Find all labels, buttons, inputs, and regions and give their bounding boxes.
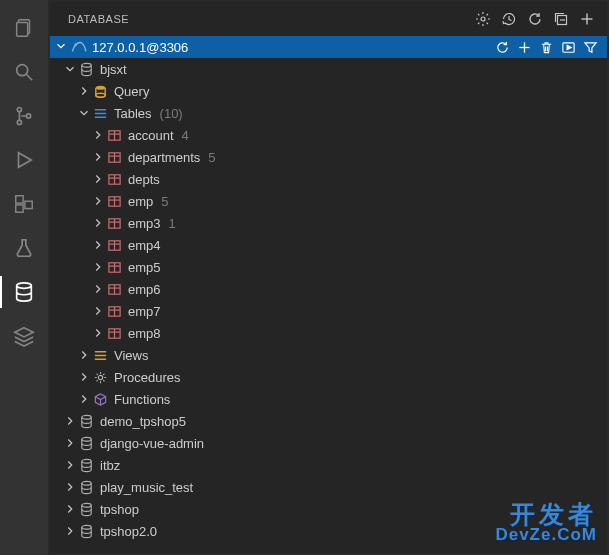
collapse-all-icon[interactable] xyxy=(549,7,573,31)
chevron-right-icon[interactable] xyxy=(76,391,92,407)
source-control-icon[interactable] xyxy=(0,96,48,136)
tree-item-departments[interactable]: departments5 xyxy=(50,146,607,168)
tree-item-bjsxt[interactable]: bjsxt xyxy=(50,58,607,80)
svg-marker-23 xyxy=(584,42,595,51)
chevron-right-icon[interactable] xyxy=(90,237,106,253)
chevron-right-icon[interactable] xyxy=(90,127,106,143)
svg-point-25 xyxy=(95,85,104,89)
chevron-down-icon[interactable] xyxy=(62,61,78,77)
run-debug-icon[interactable] xyxy=(0,140,48,180)
chevron-right-icon[interactable] xyxy=(62,501,78,517)
tree-item-emp[interactable]: emp5 xyxy=(50,190,607,212)
tree-item-label: emp3 xyxy=(128,216,161,231)
tree-item-views[interactable]: Views xyxy=(50,344,607,366)
add-icon[interactable] xyxy=(575,7,599,31)
tree-item-count: 1 xyxy=(169,216,176,231)
tree-item-demo-tpshop5[interactable]: demo_tpshop5 xyxy=(50,410,607,432)
history-icon[interactable] xyxy=(497,7,521,31)
tree-item-label: tpshop2.0 xyxy=(100,524,157,539)
chevron-right-icon[interactable] xyxy=(76,347,92,363)
table-icon xyxy=(106,215,122,231)
table-icon xyxy=(106,325,122,341)
svg-point-26 xyxy=(95,93,104,97)
tree-item-emp8[interactable]: emp8 xyxy=(50,322,607,344)
database-icon xyxy=(78,523,94,539)
tree-item-label: emp4 xyxy=(128,238,161,253)
tree-item-tpshop2-0[interactable]: tpshop2.0 xyxy=(50,520,607,542)
chevron-right-icon[interactable] xyxy=(90,149,106,165)
tree-item-itbz[interactable]: itbz xyxy=(50,454,607,476)
tree-item-emp3[interactable]: emp31 xyxy=(50,212,607,234)
settings-icon[interactable] xyxy=(471,7,495,31)
extensions-icon[interactable] xyxy=(0,184,48,224)
filter-icon[interactable] xyxy=(579,36,601,58)
svg-point-6 xyxy=(26,114,30,118)
search-icon[interactable] xyxy=(0,52,48,92)
layers-icon[interactable] xyxy=(0,316,48,356)
table-icon xyxy=(106,281,122,297)
database-icon xyxy=(78,413,94,429)
tree-item-count: 4 xyxy=(182,128,189,143)
tree-item-label: emp7 xyxy=(128,304,161,319)
tree-item-label: play_music_test xyxy=(100,480,193,495)
chevron-down-icon[interactable] xyxy=(76,105,92,121)
query-icon xyxy=(92,83,108,99)
database-icon[interactable] xyxy=(0,272,48,312)
svg-point-69 xyxy=(81,525,90,529)
chevron-right-icon[interactable] xyxy=(76,83,92,99)
chevron-right-icon[interactable] xyxy=(62,523,78,539)
explorer-icon[interactable] xyxy=(0,8,48,48)
connection-row[interactable]: 127.0.0.1@3306 xyxy=(50,36,607,58)
chevron-right-icon[interactable] xyxy=(90,281,106,297)
add-icon[interactable] xyxy=(513,36,535,58)
svg-point-24 xyxy=(81,63,90,67)
panel-header: DATABASE xyxy=(50,2,607,36)
tree-item-label: Functions xyxy=(114,392,170,407)
functions-icon xyxy=(92,391,108,407)
refresh-icon[interactable] xyxy=(491,36,513,58)
chevron-right-icon[interactable] xyxy=(62,479,78,495)
chevron-right-icon[interactable] xyxy=(90,171,106,187)
chevron-right-icon[interactable] xyxy=(76,369,92,385)
refresh-icon[interactable] xyxy=(523,7,547,31)
database-tree[interactable]: bjsxtQueryTables(10)account4departments5… xyxy=(50,58,607,553)
tree-item-query[interactable]: Query xyxy=(50,80,607,102)
testing-icon[interactable] xyxy=(0,228,48,268)
tree-item-play-music-test[interactable]: play_music_test xyxy=(50,476,607,498)
chevron-right-icon[interactable] xyxy=(62,457,78,473)
chevron-right-icon[interactable] xyxy=(90,259,106,275)
chevron-right-icon[interactable] xyxy=(62,435,78,451)
tree-item-procedures[interactable]: Procedures xyxy=(50,366,607,388)
chevron-right-icon[interactable] xyxy=(90,325,106,341)
tree-item-emp7[interactable]: emp7 xyxy=(50,300,607,322)
chevron-right-icon[interactable] xyxy=(90,193,106,209)
panel-title: DATABASE xyxy=(68,13,471,25)
tree-item-label: emp8 xyxy=(128,326,161,341)
run-icon[interactable] xyxy=(557,36,579,58)
tree-item-tpshop[interactable]: tpshop xyxy=(50,498,607,520)
connection-actions xyxy=(491,36,601,58)
table-icon xyxy=(106,237,122,253)
tree-item-emp4[interactable]: emp4 xyxy=(50,234,607,256)
tree-item-depts[interactable]: depts xyxy=(50,168,607,190)
tree-item-functions[interactable]: Functions xyxy=(50,388,607,410)
table-icon xyxy=(106,303,122,319)
delete-icon[interactable] xyxy=(535,36,557,58)
tree-item-tables[interactable]: Tables(10) xyxy=(50,102,607,124)
tree-item-label: emp6 xyxy=(128,282,161,297)
connection-label: 127.0.0.1@3306 xyxy=(92,40,491,55)
chevron-right-icon[interactable] xyxy=(62,413,78,429)
database-icon xyxy=(78,435,94,451)
tree-item-account[interactable]: account4 xyxy=(50,124,607,146)
chevron-right-icon[interactable] xyxy=(90,303,106,319)
tree-item-django-vue-admin[interactable]: django-vue-admin xyxy=(50,432,607,454)
tree-item-label: emp5 xyxy=(128,260,161,275)
chevron-right-icon[interactable] xyxy=(90,215,106,231)
svg-rect-1 xyxy=(17,23,28,37)
tree-item-label: emp xyxy=(128,194,153,209)
svg-rect-9 xyxy=(16,205,23,212)
tree-item-emp5[interactable]: emp5 xyxy=(50,256,607,278)
tree-item-label: django-vue-admin xyxy=(100,436,204,451)
svg-point-67 xyxy=(81,481,90,485)
tree-item-emp6[interactable]: emp6 xyxy=(50,278,607,300)
